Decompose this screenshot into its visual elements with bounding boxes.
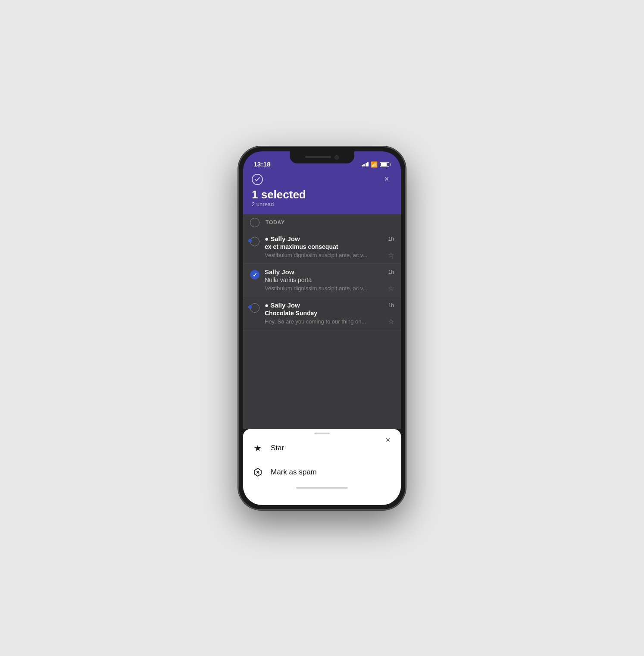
today-section-header: TODAY [243,214,401,231]
phone-screen: 13:18 📶 [243,151,401,505]
star-icon-3[interactable]: ☆ [388,317,394,326]
email-sender-1: ● Sally Jow [265,235,300,242]
star-action-icon: ★ [252,442,264,454]
email-checkbox-1[interactable] [250,237,259,246]
notch [290,151,354,163]
selected-count: 1 selected [252,188,392,201]
star-icon-2[interactable]: ☆ [388,284,394,292]
bottom-sheet: × ★ Star Mark as spam [243,429,401,505]
email-time-1: 1h [388,236,394,242]
email-list: TODAY ● Sally Jow 1h ex et maximus conse… [243,214,401,429]
selection-header: × 1 selected 2 unread [243,170,401,215]
check-all-button[interactable] [252,174,263,185]
bottom-sheet-handle [243,429,401,436]
email-time-2: 1h [388,269,394,275]
status-time: 13:18 [253,160,271,168]
email-sender-2: Sally Jow [265,268,294,276]
action-star[interactable]: ★ Star [243,436,401,460]
email-content-2: Sally Jow 1h Nulla varius porta Vestibul… [265,268,394,292]
spam-action-label: Mark as spam [271,468,317,477]
email-checkbox-2[interactable] [250,270,259,279]
action-spam[interactable]: Mark as spam [243,460,401,484]
email-item-2[interactable]: Sally Jow 1h Nulla varius porta Vestibul… [243,264,401,297]
email-sender-3: ● Sally Jow [265,301,300,309]
email-checkbox-3[interactable] [250,303,259,313]
email-subject-1: ex et maximus consequat [265,243,394,250]
status-icons: 📶 [362,161,391,168]
email-subject-2: Nulla varius porta [265,276,394,283]
email-item-3[interactable]: ● Sally Jow 1h Chocolate Sunday Hey, So … [243,297,401,330]
battery-icon [380,162,391,167]
email-preview-1: Vestibulum dignissim suscipit ante, ac v… [265,252,385,258]
email-preview-3: Hey, So are you coming to our thing on..… [265,318,385,325]
home-indicator [243,484,401,490]
email-time-3: 1h [388,302,394,308]
phone-frame: 13:18 📶 [238,146,406,510]
email-content-3: ● Sally Jow 1h Chocolate Sunday Hey, So … [265,301,394,326]
email-content-1: ● Sally Jow 1h ex et maximus consequat V… [265,235,394,259]
section-label: TODAY [266,220,285,226]
notch-camera [335,155,339,160]
email-preview-2: Vestibulum dignissim suscipit ante, ac v… [265,285,385,292]
star-action-label: Star [271,444,284,452]
bottom-sheet-close-button[interactable]: × [382,434,394,446]
spam-action-icon [252,466,264,478]
signal-icon [362,162,369,166]
unread-dot-1 [248,239,252,242]
close-selection-button[interactable]: × [381,174,392,185]
wifi-icon: 📶 [371,161,378,168]
notch-speaker [305,156,331,158]
star-icon-1[interactable]: ☆ [388,251,394,259]
section-checkbox[interactable] [250,218,259,227]
unread-dot-3 [248,305,252,309]
email-subject-3: Chocolate Sunday [265,310,394,317]
email-item-1[interactable]: ● Sally Jow 1h ex et maximus consequat V… [243,231,401,264]
unread-info: 2 unread [252,201,392,207]
